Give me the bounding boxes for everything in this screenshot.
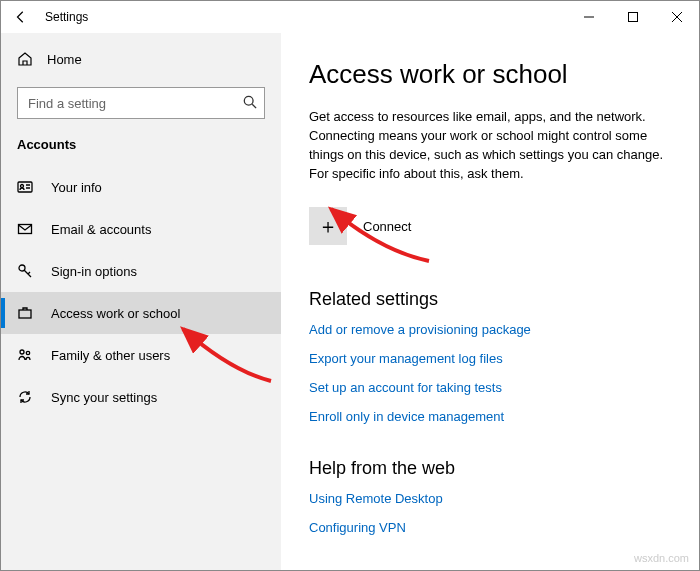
sidebar-item-label: Access work or school [51, 306, 180, 321]
link-export-logs[interactable]: Export your management log files [309, 351, 665, 366]
link-provisioning-package[interactable]: Add or remove a provisioning package [309, 322, 665, 337]
sidebar-item-label: Sync your settings [51, 390, 157, 405]
sidebar-item-access-work-school[interactable]: Access work or school [1, 292, 281, 334]
connect-label: Connect [363, 219, 411, 234]
key-icon [17, 263, 33, 279]
person-card-icon [17, 179, 33, 195]
related-links: Add or remove a provisioning package Exp… [309, 322, 665, 424]
nav-list: Your info Email & accounts Sign-in optio… [1, 166, 281, 418]
people-icon [17, 347, 33, 363]
help-heading: Help from the web [309, 458, 665, 479]
connect-row: ＋ Connect [309, 207, 665, 245]
sync-icon [17, 389, 33, 405]
back-button[interactable] [1, 1, 41, 33]
svg-point-4 [244, 96, 253, 105]
watermark: wsxdn.com [634, 552, 689, 564]
sidebar-item-family-users[interactable]: Family & other users [1, 334, 281, 376]
link-remote-desktop[interactable]: Using Remote Desktop [309, 491, 665, 506]
main-pane: Access work or school Get access to reso… [281, 33, 699, 571]
maximize-icon [628, 12, 638, 22]
sidebar-item-label: Sign-in options [51, 264, 137, 279]
sidebar-item-label: Family & other users [51, 348, 170, 363]
link-taking-tests[interactable]: Set up an account for taking tests [309, 380, 665, 395]
sidebar: Home Accounts Your info Email & accounts… [1, 33, 281, 571]
svg-line-5 [252, 104, 256, 108]
sidebar-item-label: Email & accounts [51, 222, 151, 237]
close-icon [672, 12, 682, 22]
sidebar-item-your-info[interactable]: Your info [1, 166, 281, 208]
arrow-left-icon [14, 10, 28, 24]
search-icon [243, 95, 257, 109]
home-button[interactable]: Home [1, 41, 281, 77]
svg-rect-10 [19, 310, 31, 318]
sidebar-item-label: Your info [51, 180, 102, 195]
section-title: Accounts [1, 137, 281, 166]
maximize-button[interactable] [611, 1, 655, 33]
home-label: Home [47, 52, 82, 67]
svg-point-12 [26, 351, 29, 354]
related-settings-heading: Related settings [309, 289, 665, 310]
sidebar-item-signin-options[interactable]: Sign-in options [1, 250, 281, 292]
svg-point-11 [20, 350, 24, 354]
help-links: Using Remote Desktop Configuring VPN [309, 491, 665, 535]
minimize-button[interactable] [567, 1, 611, 33]
mail-icon [17, 221, 33, 237]
svg-rect-1 [629, 13, 638, 22]
page-description: Get access to resources like email, apps… [309, 108, 665, 183]
close-button[interactable] [655, 1, 699, 33]
svg-point-7 [21, 185, 24, 188]
minimize-icon [584, 12, 594, 22]
link-configuring-vpn[interactable]: Configuring VPN [309, 520, 665, 535]
link-enroll-device-management[interactable]: Enroll only in device management [309, 409, 665, 424]
plus-icon: ＋ [318, 213, 338, 240]
titlebar: Settings [1, 1, 699, 33]
connect-button[interactable]: ＋ [309, 207, 347, 245]
sidebar-item-sync-settings[interactable]: Sync your settings [1, 376, 281, 418]
briefcase-icon [17, 305, 33, 321]
page-title: Access work or school [309, 59, 665, 90]
window-title: Settings [41, 10, 88, 24]
home-icon [17, 51, 33, 67]
sidebar-item-email-accounts[interactable]: Email & accounts [1, 208, 281, 250]
search-wrap [17, 87, 265, 119]
search-input[interactable] [17, 87, 265, 119]
